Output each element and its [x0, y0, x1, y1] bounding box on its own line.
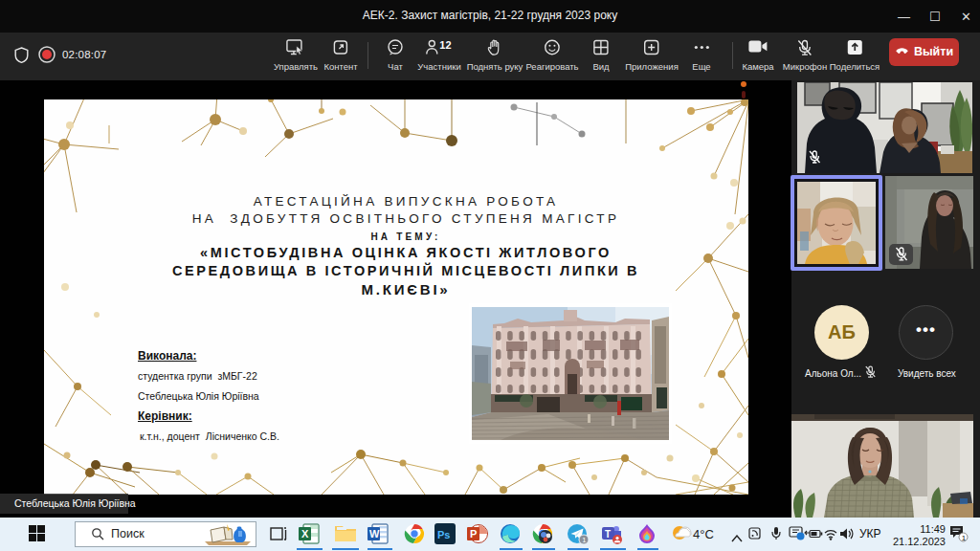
- svg-text:Ps: Ps: [437, 529, 450, 540]
- svg-text:12: 12: [439, 39, 451, 51]
- svg-text:X: X: [301, 528, 309, 540]
- svg-text:1: 1: [582, 536, 586, 544]
- svg-text:W: W: [369, 528, 380, 540]
- svg-text:1: 1: [962, 534, 967, 542]
- svg-text:P: P: [470, 528, 477, 540]
- svg-text:T: T: [605, 529, 611, 540]
